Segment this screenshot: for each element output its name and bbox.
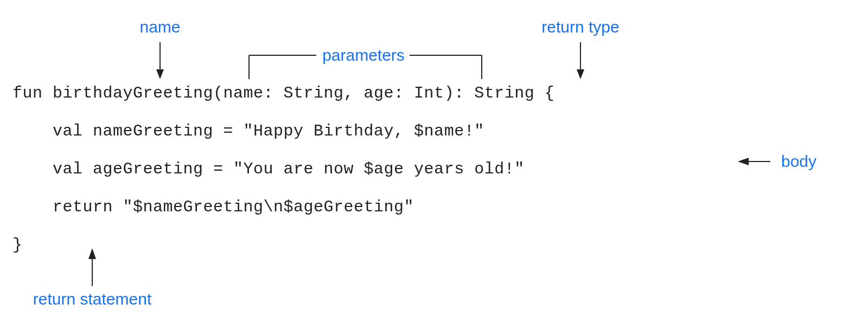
arrow-return-type: [577, 42, 584, 79]
label-return-type: return type: [541, 18, 619, 36]
svg-marker-11: [88, 248, 96, 259]
svg-marker-3: [577, 69, 584, 79]
label-name: name: [139, 18, 180, 36]
arrow-return-statement: [88, 248, 96, 286]
label-parameters: parameters: [322, 46, 405, 64]
arrow-name: [156, 42, 164, 79]
code-line-1: fun birthdayGreeting(name: String, age: …: [12, 84, 554, 102]
label-body: body: [781, 152, 816, 170]
arrow-body: [738, 158, 770, 165]
code-line-5: }: [12, 236, 23, 254]
function-anatomy-diagram: name parameters return type body return …: [0, 0, 868, 323]
code-line-2: val nameGreeting = "Happy Birthday, $nam…: [12, 122, 484, 140]
svg-marker-9: [738, 158, 749, 165]
svg-marker-1: [156, 69, 164, 79]
label-return-statement: return statement: [33, 290, 152, 308]
code-line-4: return "$nameGreeting\n$ageGreeting": [12, 198, 414, 216]
code-line-3: val ageGreeting = "You are now $age year…: [12, 160, 525, 178]
